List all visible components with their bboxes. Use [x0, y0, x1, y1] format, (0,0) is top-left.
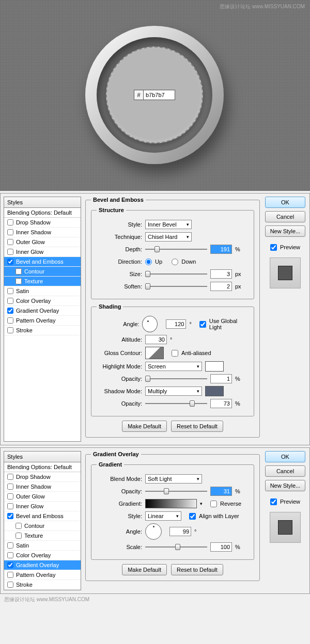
gradient-overlay-title: Gradient Overlay [91, 451, 141, 457]
soften-slider[interactable] [145, 283, 207, 290]
preview-checkbox-2[interactable] [270, 498, 277, 505]
grad-angle-input[interactable]: 99 [169, 527, 191, 536]
blending-options-2[interactable]: Blending Options: Default [4, 462, 81, 472]
depth-slider[interactable] [145, 246, 207, 253]
sh-opacity-slider[interactable] [145, 400, 207, 407]
styles-header: Styles [4, 197, 81, 208]
style-satin-2[interactable]: Satin [4, 541, 81, 551]
size-label: Size: [97, 271, 142, 277]
cancel-button[interactable]: Cancel [265, 211, 305, 222]
ok-button[interactable]: OK [265, 197, 305, 208]
new-style-button-2[interactable]: New Style... [265, 480, 305, 491]
layer-style-dialog-bevel: Styles Blending Options: Default Drop Sh… [0, 193, 310, 445]
preview-checkbox[interactable] [270, 244, 277, 251]
style-pattern-overlay[interactable]: Pattern Overlay [4, 316, 81, 326]
style-gradient-overlay[interactable]: Gradient Overlay [4, 306, 81, 316]
global-light-checkbox[interactable] [199, 321, 206, 328]
scale-input[interactable]: 100 [210, 542, 232, 552]
anti-aliased-checkbox[interactable] [172, 350, 178, 357]
opacity-slider[interactable] [145, 488, 207, 495]
sh-opacity-input[interactable]: 73 [210, 399, 232, 408]
style-contour-2[interactable]: Contour [4, 521, 81, 531]
style-satin[interactable]: Satin [4, 286, 81, 296]
gloss-label: Gloss Contour: [97, 350, 142, 356]
altitude-label: Altitude: [97, 336, 142, 343]
grad-angle-wheel[interactable] [145, 523, 162, 540]
style-inner-shadow[interactable]: Inner Shadow [4, 228, 81, 237]
dialog-buttons-2: OK Cancel New Style... Preview [264, 451, 306, 590]
preview-swatch-2 [270, 512, 301, 543]
gradient-picker[interactable] [145, 499, 197, 508]
watermark: 思缘设计论坛 www.MISSYUAN.COM [220, 3, 305, 10]
style-label: Style: [97, 221, 142, 228]
hex-prefix: # [134, 90, 144, 100]
size-input[interactable]: 3 [210, 269, 232, 279]
depth-label: Depth: [97, 246, 142, 252]
shadow-mode-label: Shadow Mode: [97, 388, 142, 394]
style-color-overlay[interactable]: Color Overlay [4, 296, 81, 306]
direction-label: Direction: [97, 259, 142, 265]
highlight-color-swatch[interactable] [205, 361, 224, 372]
hl-opacity-slider[interactable] [145, 375, 207, 382]
style-texture-2[interactable]: Texture [4, 531, 81, 541]
style-contour[interactable]: Contour [4, 267, 81, 277]
style-color-overlay-2[interactable]: Color Overlay [4, 551, 81, 560]
style-outer-glow-2[interactable]: Outer Glow [4, 492, 81, 502]
style-drop-shadow-2[interactable]: Drop Shadow [4, 472, 81, 482]
make-default-button-2[interactable]: Make Default [122, 564, 167, 575]
gradient-settings: Gradient Overlay Gradient Blend Mode:Sof… [85, 451, 260, 590]
hl-opacity-label: Opacity: [97, 376, 142, 382]
style-bevel-emboss-2[interactable]: Bevel and Emboss [4, 511, 81, 521]
gradient-label: Gradient: [97, 501, 142, 507]
size-slider[interactable] [145, 270, 207, 278]
angle-input[interactable]: 120 [166, 319, 187, 329]
scale-slider[interactable] [145, 543, 207, 551]
shadow-color-swatch[interactable] [205, 386, 224, 396]
align-layer-checkbox[interactable] [189, 513, 196, 520]
technique-label: Technique: [97, 234, 142, 240]
style-select[interactable]: Inner Bevel [145, 220, 192, 229]
sh-opacity-label: Opacity: [97, 400, 142, 407]
bevel-title: Bevel and Emboss [91, 197, 146, 203]
cancel-button-2[interactable]: Cancel [265, 465, 305, 477]
new-style-button[interactable]: New Style... [265, 226, 305, 237]
dialog-buttons: OK Cancel New Style... Preview [264, 197, 306, 442]
style-inner-shadow-2[interactable]: Inner Shadow [4, 482, 81, 492]
reverse-checkbox[interactable] [210, 501, 217, 507]
ok-button-2[interactable]: OK [265, 451, 305, 462]
knob-artwork: # b7b7b7 [85, 26, 224, 164]
soften-input[interactable]: 2 [210, 282, 232, 291]
footer-watermark: 思缘设计论坛 www.MISSYUAN.COM [0, 594, 310, 605]
make-default-button[interactable]: Make Default [122, 421, 167, 432]
style-outer-glow[interactable]: Outer Glow [4, 237, 81, 247]
depth-input[interactable]: 191 [210, 245, 232, 254]
hex-color-field[interactable]: # b7b7b7 [134, 90, 175, 100]
style-stroke-2[interactable]: Stroke [4, 580, 81, 590]
gloss-contour[interactable] [145, 347, 164, 359]
opacity-input[interactable]: 31 [210, 487, 232, 496]
design-canvas: 思缘设计论坛 www.MISSYUAN.COM # b7b7b7 [0, 0, 310, 191]
style-pattern-overlay-2[interactable]: Pattern Overlay [4, 570, 81, 580]
direction-down-radio[interactable] [172, 259, 178, 265]
style-inner-glow-2[interactable]: Inner Glow [4, 502, 81, 511]
angle-wheel[interactable] [142, 316, 158, 332]
style-inner-glow[interactable]: Inner Glow [4, 247, 81, 257]
altitude-input[interactable]: 30 [145, 335, 167, 344]
hl-opacity-input[interactable]: 1 [210, 374, 232, 383]
blend-mode-label: Blend Mode: [97, 476, 142, 482]
technique-select[interactable]: Chisel Hard [145, 232, 192, 242]
reset-default-button[interactable]: Reset to Default [171, 421, 223, 432]
style-stroke[interactable]: Stroke [4, 326, 81, 335]
blending-options[interactable]: Blending Options: Default [4, 208, 81, 218]
direction-up-radio[interactable] [145, 259, 152, 265]
layer-style-dialog-gradient: Styles Blending Options: Default Drop Sh… [0, 447, 310, 594]
style-drop-shadow[interactable]: Drop Shadow [4, 218, 81, 228]
style-texture[interactable]: Texture [4, 277, 81, 286]
blend-mode-select[interactable]: Soft Light [145, 474, 202, 484]
style-bevel-emboss[interactable]: Bevel and Emboss [4, 257, 81, 267]
shadow-mode-select[interactable]: Multiply [145, 387, 202, 396]
grad-style-select[interactable]: Linear [145, 511, 181, 521]
reset-default-button-2[interactable]: Reset to Default [171, 564, 223, 575]
highlight-mode-select[interactable]: Screen [145, 362, 202, 371]
style-gradient-overlay-2[interactable]: Gradient Overlay [4, 560, 81, 570]
